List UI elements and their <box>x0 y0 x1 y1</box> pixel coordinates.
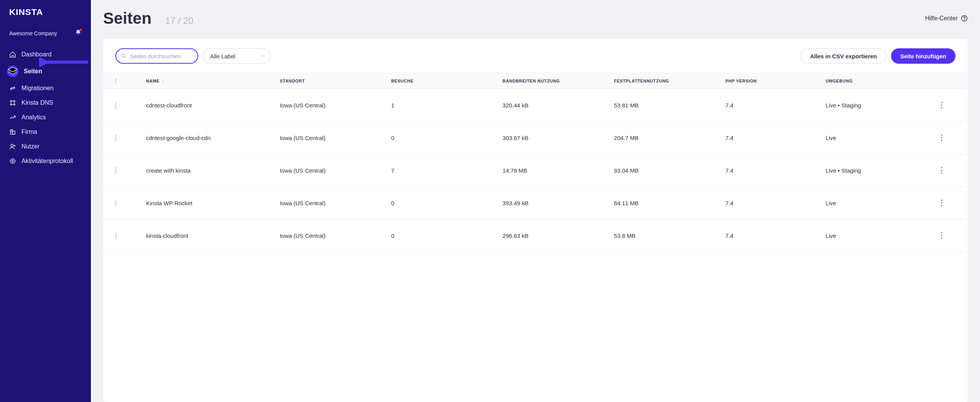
svg-point-32 <box>941 235 942 236</box>
cell-festplatte: 204.7 MB <box>614 135 725 141</box>
svg-point-27 <box>941 172 942 174</box>
main-content: Seiten 17 / 20 Hilfe-Center Alle Label <box>91 0 980 402</box>
table-row[interactable]: cdntest-google-cloud-cdnIowa (US Central… <box>103 122 968 154</box>
svg-point-20 <box>941 104 942 106</box>
cell-umgebung: Live <box>825 200 937 206</box>
svg-marker-1 <box>8 67 17 72</box>
cell-bandbreite: 296.63 kB <box>503 232 614 239</box>
notifications-bell[interactable] <box>75 29 82 37</box>
sidebar-item-label: Aktivitätenprotokoll <box>21 158 73 165</box>
sidebar-item-migrationen[interactable]: Migrationen <box>0 81 91 96</box>
cell-festplatte: 93.04 MB <box>614 167 725 174</box>
cell-name: Kinsta WP Rocket <box>146 200 280 206</box>
table-row[interactable]: kinsta-cloudfrontIowa (US Central)0296.6… <box>103 219 968 252</box>
company-icon <box>9 129 16 135</box>
cell-bandbreite: 14.79 MB <box>503 167 614 174</box>
cell-standort: Iowa (US Central) <box>280 167 391 174</box>
analytics-icon <box>9 114 16 121</box>
cell-bandbreite: 303.67 kB <box>503 135 614 141</box>
sidebar: KINSTA Awesome Company Dashboard Seiten … <box>0 0 91 402</box>
row-checkbox[interactable] <box>115 134 116 142</box>
col-bandbreiten[interactable]: BANDBREITEN NUTZUNG <box>503 79 614 83</box>
table-row[interactable]: cdntest-cloudfrontIowa (US Central)1320.… <box>103 89 968 122</box>
cell-php: 7.4 <box>725 232 826 239</box>
row-more-button[interactable] <box>937 133 946 142</box>
brand-logo: KINSTA <box>0 7 91 27</box>
cell-besuche: 7 <box>391 167 503 174</box>
svg-point-2 <box>10 100 12 102</box>
svg-point-3 <box>14 100 15 102</box>
svg-point-13 <box>12 160 14 162</box>
select-all-checkbox[interactable] <box>115 78 116 84</box>
svg-point-10 <box>11 144 13 147</box>
home-icon <box>9 51 16 58</box>
row-more-button[interactable] <box>937 166 946 175</box>
export-csv-button[interactable]: Alles in CSV exportieren <box>801 48 886 64</box>
more-vertical-icon <box>941 199 942 206</box>
cell-besuche: 0 <box>391 232 503 239</box>
svg-point-23 <box>941 137 942 138</box>
col-besuche[interactable]: BESUCHE <box>391 79 503 83</box>
svg-point-17 <box>122 54 125 57</box>
row-checkbox[interactable] <box>115 102 116 109</box>
row-more-button[interactable] <box>937 198 946 208</box>
sidebar-item-seiten[interactable]: Seiten <box>0 62 91 81</box>
row-checkbox[interactable] <box>115 167 116 174</box>
svg-point-24 <box>941 140 942 141</box>
table-row[interactable]: create with kinstaIowa (US Central)714.7… <box>103 154 968 187</box>
sidebar-item-label: Analytics <box>21 114 46 121</box>
row-checkbox[interactable] <box>115 232 116 239</box>
cell-php: 7.4 <box>725 135 826 141</box>
svg-point-31 <box>941 232 942 234</box>
row-more-button[interactable] <box>937 231 946 240</box>
cell-name: cdntest-cloudfront <box>146 102 280 109</box>
row-more-button[interactable] <box>937 100 946 110</box>
help-center-label: Hilfe-Center <box>925 15 958 22</box>
dns-icon <box>9 99 16 106</box>
svg-point-28 <box>941 199 942 201</box>
sidebar-nav: Dashboard Seiten Migrationen Kinsta DNS … <box>0 47 91 168</box>
label-filter-select[interactable]: Alle Label <box>203 48 270 64</box>
cell-umgebung: Live <box>825 135 937 141</box>
more-vertical-icon <box>941 102 942 109</box>
sidebar-item-label: Kinsta DNS <box>21 99 53 106</box>
col-umgebung[interactable]: UMGEBUNG <box>825 79 937 83</box>
col-php[interactable]: PHP VERSION <box>725 79 826 83</box>
table-row[interactable]: Kinsta WP RocketIowa (US Central)0393.49… <box>103 187 968 219</box>
cell-besuche: 1 <box>391 102 503 109</box>
table-header-row: NAME ↑ STANDORT BESUCHE BANDBREITEN NUTZ… <box>103 73 968 89</box>
kinsta-logo-icon: KINSTA <box>9 7 63 18</box>
search-input[interactable] <box>115 48 198 64</box>
more-vertical-icon <box>941 232 942 239</box>
cell-festplatte: 53.81 MB <box>614 102 725 109</box>
sidebar-item-aktivitatenprotokoll[interactable]: Aktivitätenprotokoll <box>0 154 91 168</box>
sidebar-item-dashboard[interactable]: Dashboard <box>0 47 91 62</box>
row-checkbox[interactable] <box>115 199 116 207</box>
page-header: Seiten 17 / 20 Hilfe-Center <box>103 9 968 28</box>
cell-standort: Iowa (US Central) <box>280 135 391 141</box>
page-title: Seiten <box>103 9 151 28</box>
sidebar-item-firma[interactable]: Firma <box>0 125 91 139</box>
sidebar-item-label: Nutzer <box>21 143 39 150</box>
sidebar-item-analytics[interactable]: Analytics <box>0 110 91 125</box>
search-wrap <box>115 48 198 64</box>
cell-umgebung: Live <box>825 232 937 239</box>
col-standort[interactable]: STANDORT <box>280 79 391 83</box>
activity-log-icon <box>9 158 16 165</box>
cell-bandbreite: 320.44 kB <box>503 102 614 109</box>
sidebar-item-kinsta-dns[interactable]: Kinsta DNS <box>0 96 91 110</box>
sidebar-item-nutzer[interactable]: Nutzer <box>0 139 91 154</box>
table-body: cdntest-cloudfrontIowa (US Central)1320.… <box>103 89 968 402</box>
col-festplatten[interactable]: FESTPLATTENNUTZUNG <box>614 79 725 83</box>
cell-besuche: 0 <box>391 200 503 206</box>
add-site-button[interactable]: Seite hinzufügen <box>891 48 955 64</box>
help-center-link[interactable]: Hilfe-Center <box>925 15 968 22</box>
cell-besuche: 0 <box>391 135 503 141</box>
svg-line-18 <box>124 57 126 58</box>
company-name[interactable]: Awesome Company <box>9 30 57 36</box>
cell-php: 7.4 <box>725 167 826 174</box>
svg-point-4 <box>10 104 12 105</box>
panel-toolbar: Alle Label Alles in CSV exportieren Seit… <box>103 39 968 73</box>
col-name[interactable]: NAME <box>146 79 159 83</box>
site-count-badge: 17 / 20 <box>163 15 196 27</box>
